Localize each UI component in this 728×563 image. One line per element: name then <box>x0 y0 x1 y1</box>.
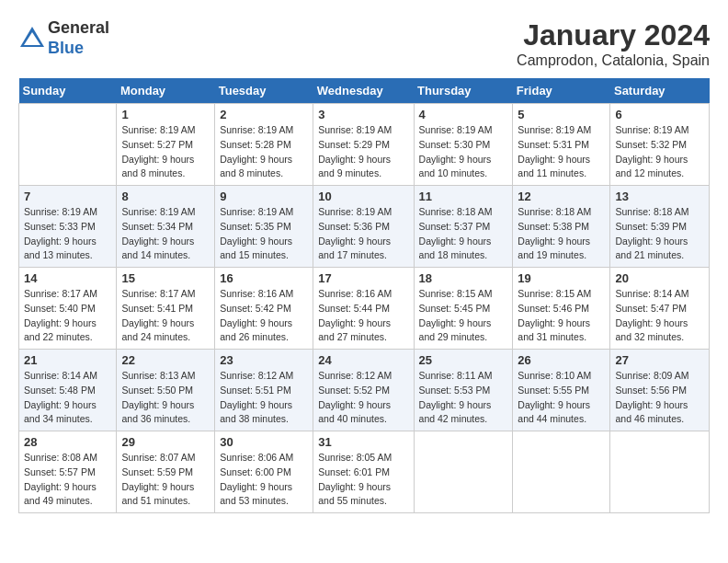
day-number: 27 <box>615 353 704 367</box>
day-number: 2 <box>220 108 308 121</box>
calendar-day-cell: 27Sunrise: 8:09 AMSunset: 5:56 PMDayligh… <box>610 350 710 431</box>
weekday-header-saturday: Saturday <box>610 78 710 104</box>
calendar-day-cell: 24Sunrise: 8:12 AMSunset: 5:52 PMDayligh… <box>313 350 414 431</box>
day-info: Sunrise: 8:19 AMSunset: 5:30 PMDaylight:… <box>419 123 508 181</box>
day-number: 14 <box>24 271 111 285</box>
calendar-week-row: 14Sunrise: 8:17 AMSunset: 5:40 PMDayligh… <box>19 268 710 350</box>
day-number: 6 <box>615 108 704 121</box>
day-info: Sunrise: 8:19 AMSunset: 5:35 PMDaylight:… <box>220 205 308 263</box>
calendar-day-cell: 6Sunrise: 8:19 AMSunset: 5:32 PMDaylight… <box>610 104 710 186</box>
calendar-day-cell: 5Sunrise: 8:19 AMSunset: 5:31 PMDaylight… <box>513 104 610 186</box>
calendar-day-cell: 7Sunrise: 8:19 AMSunset: 5:33 PMDaylight… <box>19 186 117 268</box>
day-number: 3 <box>318 108 408 121</box>
logo: General Blue <box>18 18 109 58</box>
calendar-day-cell: 29Sunrise: 8:07 AMSunset: 5:59 PMDayligh… <box>117 431 215 513</box>
calendar-day-cell: 14Sunrise: 8:17 AMSunset: 5:40 PMDayligh… <box>19 268 117 350</box>
title-block: January 2024 Camprodon, Catalonia, Spain <box>517 18 710 69</box>
day-info: Sunrise: 8:19 AMSunset: 5:34 PMDaylight:… <box>121 205 210 263</box>
day-info: Sunrise: 8:19 AMSunset: 5:32 PMDaylight:… <box>615 123 704 181</box>
calendar-day-cell: 1Sunrise: 8:19 AMSunset: 5:27 PMDaylight… <box>117 104 215 186</box>
day-info: Sunrise: 8:15 AMSunset: 5:45 PMDaylight:… <box>419 287 508 345</box>
day-number: 22 <box>121 353 210 367</box>
calendar-day-cell: 9Sunrise: 8:19 AMSunset: 5:35 PMDaylight… <box>215 186 313 268</box>
calendar-day-cell: 15Sunrise: 8:17 AMSunset: 5:41 PMDayligh… <box>117 268 215 350</box>
calendar-day-cell: 19Sunrise: 8:15 AMSunset: 5:46 PMDayligh… <box>513 268 610 350</box>
day-info: Sunrise: 8:17 AMSunset: 5:41 PMDaylight:… <box>121 287 210 345</box>
day-number: 15 <box>121 271 210 285</box>
calendar-day-cell: 12Sunrise: 8:18 AMSunset: 5:38 PMDayligh… <box>513 186 610 268</box>
day-info: Sunrise: 8:19 AMSunset: 5:33 PMDaylight:… <box>24 205 111 263</box>
day-number: 1 <box>121 108 210 121</box>
calendar-day-cell: 22Sunrise: 8:13 AMSunset: 5:50 PMDayligh… <box>117 350 215 431</box>
day-number: 16 <box>220 271 308 285</box>
day-number: 18 <box>419 271 508 285</box>
day-number: 9 <box>220 190 308 203</box>
day-number: 24 <box>318 353 408 367</box>
day-number: 19 <box>518 271 605 285</box>
day-number: 7 <box>24 190 111 203</box>
calendar-day-cell <box>513 431 610 513</box>
day-number: 21 <box>24 353 111 367</box>
day-number: 17 <box>318 271 408 285</box>
month-title: January 2024 <box>517 18 710 52</box>
day-info: Sunrise: 8:14 AMSunset: 5:48 PMDaylight:… <box>24 369 111 427</box>
calendar-week-row: 28Sunrise: 8:08 AMSunset: 5:57 PMDayligh… <box>19 431 710 513</box>
day-number: 12 <box>518 190 605 203</box>
calendar-day-cell: 11Sunrise: 8:18 AMSunset: 5:37 PMDayligh… <box>414 186 513 268</box>
calendar-day-cell <box>414 431 513 513</box>
day-number: 4 <box>419 108 508 121</box>
day-info: Sunrise: 8:16 AMSunset: 5:44 PMDaylight:… <box>318 287 408 345</box>
day-info: Sunrise: 8:18 AMSunset: 5:38 PMDaylight:… <box>518 205 605 263</box>
day-number: 30 <box>220 435 308 449</box>
calendar-day-cell: 25Sunrise: 8:11 AMSunset: 5:53 PMDayligh… <box>414 350 513 431</box>
day-info: Sunrise: 8:19 AMSunset: 5:31 PMDaylight:… <box>518 123 605 181</box>
calendar-day-cell: 30Sunrise: 8:06 AMSunset: 6:00 PMDayligh… <box>215 431 313 513</box>
calendar-day-cell: 8Sunrise: 8:19 AMSunset: 5:34 PMDaylight… <box>117 186 215 268</box>
day-number: 25 <box>419 353 508 367</box>
day-number: 11 <box>419 190 508 203</box>
calendar-day-cell: 20Sunrise: 8:14 AMSunset: 5:47 PMDayligh… <box>610 268 710 350</box>
day-info: Sunrise: 8:13 AMSunset: 5:50 PMDaylight:… <box>121 369 210 427</box>
calendar-header-row: SundayMondayTuesdayWednesdayThursdayFrid… <box>19 78 710 104</box>
day-info: Sunrise: 8:19 AMSunset: 5:36 PMDaylight:… <box>318 205 408 263</box>
day-number: 13 <box>615 190 704 203</box>
weekday-header-wednesday: Wednesday <box>313 78 414 104</box>
location-text: Camprodon, Catalonia, Spain <box>517 52 710 69</box>
day-number: 31 <box>318 435 408 449</box>
weekday-header-thursday: Thursday <box>414 78 513 104</box>
day-info: Sunrise: 8:18 AMSunset: 5:37 PMDaylight:… <box>419 205 508 263</box>
calendar-day-cell: 13Sunrise: 8:18 AMSunset: 5:39 PMDayligh… <box>610 186 710 268</box>
calendar-week-row: 21Sunrise: 8:14 AMSunset: 5:48 PMDayligh… <box>19 350 710 431</box>
logo-icon <box>18 25 46 52</box>
weekday-header-friday: Friday <box>513 78 610 104</box>
day-info: Sunrise: 8:19 AMSunset: 5:27 PMDaylight:… <box>121 123 210 181</box>
calendar-day-cell: 23Sunrise: 8:12 AMSunset: 5:51 PMDayligh… <box>215 350 313 431</box>
day-info: Sunrise: 8:18 AMSunset: 5:39 PMDaylight:… <box>615 205 704 263</box>
calendar-day-cell <box>610 431 710 513</box>
day-info: Sunrise: 8:10 AMSunset: 5:55 PMDaylight:… <box>518 369 605 427</box>
day-number: 20 <box>615 271 704 285</box>
day-info: Sunrise: 8:08 AMSunset: 5:57 PMDaylight:… <box>24 451 111 509</box>
day-info: Sunrise: 8:07 AMSunset: 5:59 PMDaylight:… <box>121 451 210 509</box>
day-info: Sunrise: 8:19 AMSunset: 5:28 PMDaylight:… <box>220 123 308 181</box>
day-number: 8 <box>121 190 210 203</box>
day-info: Sunrise: 8:12 AMSunset: 5:52 PMDaylight:… <box>318 369 408 427</box>
calendar-day-cell: 16Sunrise: 8:16 AMSunset: 5:42 PMDayligh… <box>215 268 313 350</box>
day-number: 29 <box>121 435 210 449</box>
calendar-day-cell: 17Sunrise: 8:16 AMSunset: 5:44 PMDayligh… <box>313 268 414 350</box>
day-number: 5 <box>518 108 605 121</box>
weekday-header-monday: Monday <box>117 78 215 104</box>
calendar-day-cell: 28Sunrise: 8:08 AMSunset: 5:57 PMDayligh… <box>19 431 117 513</box>
calendar-day-cell: 21Sunrise: 8:14 AMSunset: 5:48 PMDayligh… <box>19 350 117 431</box>
page-header: General Blue January 2024 Camprodon, Cat… <box>18 18 710 69</box>
calendar-day-cell: 4Sunrise: 8:19 AMSunset: 5:30 PMDaylight… <box>414 104 513 186</box>
calendar-day-cell: 26Sunrise: 8:10 AMSunset: 5:55 PMDayligh… <box>513 350 610 431</box>
day-info: Sunrise: 8:15 AMSunset: 5:46 PMDaylight:… <box>518 287 605 345</box>
day-info: Sunrise: 8:14 AMSunset: 5:47 PMDaylight:… <box>615 287 704 345</box>
calendar-day-cell: 31Sunrise: 8:05 AMSunset: 6:01 PMDayligh… <box>313 431 414 513</box>
day-number: 28 <box>24 435 111 449</box>
day-info: Sunrise: 8:09 AMSunset: 5:56 PMDaylight:… <box>615 369 704 427</box>
day-info: Sunrise: 8:16 AMSunset: 5:42 PMDaylight:… <box>220 287 308 345</box>
calendar-day-cell: 2Sunrise: 8:19 AMSunset: 5:28 PMDaylight… <box>215 104 313 186</box>
weekday-header-sunday: Sunday <box>19 78 117 104</box>
